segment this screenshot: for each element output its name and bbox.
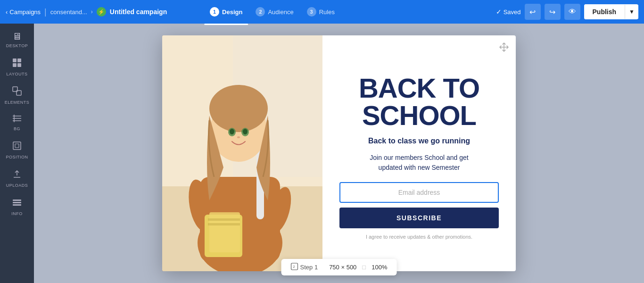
move-handle-icon[interactable] — [499, 42, 509, 55]
svg-rect-24 — [209, 212, 240, 252]
step-num-3: 3 — [307, 7, 316, 17]
main-layout: 🖥 DESKTOP LAYOUTS ELEMENTS — [0, 24, 644, 283]
sidebar-item-position[interactable]: POSITION — [2, 137, 32, 163]
sidebar: 🖥 DESKTOP LAYOUTS ELEMENTS — [0, 24, 34, 283]
svg-rect-10 — [13, 142, 21, 150]
sidebar-layouts-label: LAYOUTS — [7, 72, 28, 76]
agree-text: I agree to receive updates & other promo… — [366, 234, 472, 240]
svg-rect-15 — [13, 200, 21, 201]
canvas-area: BACK TO SCHOOL Back to class we go runni… — [34, 24, 644, 283]
step-num-1: 1 — [210, 7, 219, 17]
tab-audience[interactable]: 2 Audience — [250, 5, 299, 18]
saved-indicator: ✓ Saved — [496, 8, 521, 16]
step-num-2: 2 — [256, 7, 265, 17]
position-icon — [12, 141, 22, 153]
sidebar-elements-label: ELEMENTS — [5, 100, 30, 105]
popup-subtitle2: Join our members School and getupdated w… — [370, 153, 468, 173]
campaign-title[interactable]: Untitled campaign — [110, 8, 167, 16]
svg-rect-14 — [13, 202, 21, 203]
svg-point-34 — [237, 136, 240, 138]
chevron-right-icon: › — [91, 8, 93, 15]
step-label: Step 1 — [300, 264, 318, 271]
popup-subtitle1: Back to class we go running — [368, 137, 470, 145]
popup-preview[interactable]: BACK TO SCHOOL Back to class we go runni… — [162, 35, 516, 271]
chevron-left-icon: ‹ — [6, 8, 8, 16]
tab-audience-label: Audience — [268, 8, 293, 16]
popup-image-panel — [162, 35, 322, 271]
check-icon: ✓ — [496, 8, 502, 16]
redo-button[interactable]: ↪ — [545, 4, 561, 20]
popup-background-image — [162, 35, 322, 271]
sidebar-item-uploads[interactable]: UPLOADS — [2, 165, 32, 191]
undo-button[interactable]: ↩ — [525, 4, 541, 20]
desktop-icon: 🖥 — [12, 31, 22, 42]
bottom-status-bar: 2 Step 1 750 × 500 □ 100% — [281, 259, 397, 275]
publish-button-group: Publish ▼ — [584, 4, 638, 19]
popup-main-title: BACK TO SCHOOL — [359, 75, 479, 129]
sidebar-position-label: POSITION — [6, 155, 28, 159]
breadcrumb-consentand[interactable]: consentand... — [50, 8, 87, 16]
bg-icon — [12, 114, 22, 125]
separator2: □ — [362, 264, 366, 271]
sidebar-item-bg[interactable]: BG — [2, 110, 32, 135]
subscribe-button[interactable]: SUBSCRIBE — [339, 208, 499, 228]
svg-point-32 — [230, 129, 234, 134]
sidebar-item-desktop[interactable]: 🖥 DESKTOP — [2, 27, 32, 52]
saved-label: Saved — [504, 8, 521, 16]
svg-rect-3 — [17, 63, 21, 67]
sidebar-desktop-label: DESKTOP — [6, 43, 28, 48]
step-icon: 2 — [291, 263, 298, 272]
layouts-icon — [12, 58, 22, 70]
svg-point-33 — [243, 129, 248, 134]
tab-rules-label: Rules — [319, 8, 335, 16]
tab-rules[interactable]: 3 Rules — [301, 5, 340, 18]
back-to-campaigns[interactable]: ‹ Campaigns — [6, 8, 41, 16]
svg-rect-1 — [17, 58, 21, 62]
preview-button[interactable]: 👁 — [564, 4, 580, 20]
sidebar-item-layouts[interactable]: LAYOUTS — [2, 54, 32, 80]
sidebar-bg-label: BG — [14, 126, 20, 131]
svg-rect-25 — [208, 218, 240, 221]
sidebar-item-elements[interactable]: ELEMENTS — [2, 82, 32, 108]
bolt-icon: ⚡ — [97, 7, 106, 17]
top-navigation: ‹ Campaigns | consentand... › ⚡ Untitled… — [0, 0, 644, 24]
info-icon — [12, 197, 22, 210]
tab-design[interactable]: 1 Design — [204, 5, 248, 18]
canvas-size-label: 750 × 500 — [329, 264, 356, 271]
svg-rect-26 — [208, 223, 240, 225]
zoom-level: 100% — [372, 264, 387, 271]
nav-right-actions: ✓ Saved ↩ ↪ 👁 Publish ▼ — [496, 4, 638, 20]
svg-point-29 — [209, 85, 268, 132]
email-input[interactable] — [339, 182, 499, 203]
svg-rect-2 — [13, 63, 17, 67]
campaigns-label[interactable]: Campaigns — [9, 8, 41, 16]
sidebar-info-label: INFO — [11, 211, 23, 216]
nav-divider: | — [44, 7, 47, 17]
svg-rect-13 — [13, 204, 21, 206]
tab-design-label: Design — [222, 8, 242, 16]
step-tabs: 1 Design 2 Audience 3 Rules — [204, 5, 340, 18]
sidebar-item-info[interactable]: INFO — [2, 193, 32, 220]
elements-icon — [12, 86, 22, 99]
step-badge: 2 Step 1 — [291, 263, 318, 272]
publish-button[interactable]: Publish — [584, 4, 625, 19]
uploads-icon — [12, 169, 22, 182]
svg-rect-0 — [13, 58, 17, 62]
svg-text:2: 2 — [293, 265, 295, 268]
popup-content-panel: BACK TO SCHOOL Back to class we go runni… — [322, 35, 516, 271]
svg-rect-11 — [15, 144, 19, 148]
publish-dropdown-button[interactable]: ▼ — [625, 5, 638, 19]
sidebar-uploads-label: UPLOADS — [6, 183, 28, 188]
